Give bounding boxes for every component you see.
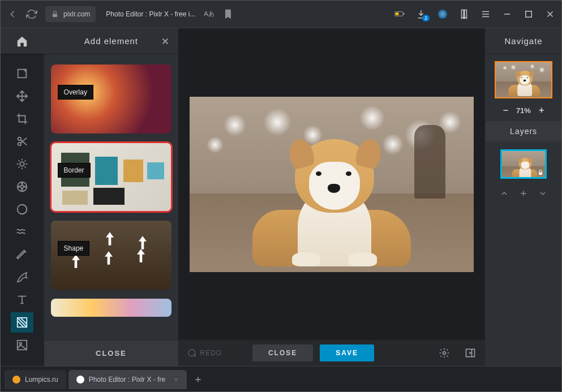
- zoom-value: 71%: [516, 106, 531, 115]
- toggle-panel-icon[interactable]: [465, 347, 476, 359]
- save-button[interactable]: SAVE: [320, 344, 374, 361]
- home-button[interactable]: [11, 31, 33, 51]
- download-icon[interactable]: 2: [416, 9, 426, 19]
- tool-add-image[interactable]: [11, 335, 33, 355]
- zoom-controls: – 71% +: [485, 103, 562, 121]
- zoom-out-button[interactable]: –: [503, 105, 508, 115]
- panel-close-footer[interactable]: CLOSE: [44, 340, 179, 366]
- favicon: [12, 376, 20, 384]
- tool-crop[interactable]: [11, 109, 33, 129]
- canvas-image[interactable]: [190, 97, 474, 272]
- svg-rect-0: [53, 14, 57, 17]
- reload-button[interactable]: [26, 8, 37, 20]
- back-button[interactable]: [7, 8, 18, 20]
- download-badge: 2: [422, 15, 430, 21]
- svg-point-10: [20, 185, 24, 188]
- collections-icon[interactable]: [459, 9, 469, 19]
- browser-tab[interactable]: Photo Editor : Pixlr X - fre: [68, 370, 187, 389]
- menu-icon[interactable]: [481, 9, 491, 19]
- tool-arrange[interactable]: [11, 63, 33, 84]
- tool-draw[interactable]: [11, 267, 33, 287]
- redo-button[interactable]: REDO: [187, 348, 222, 357]
- close-button[interactable]: CLOSE: [252, 344, 313, 361]
- layer-up-icon[interactable]: [500, 189, 509, 198]
- tabs-bar: Lumpics.ru Photo Editor : Pixlr X - fre: [0, 366, 562, 392]
- panel-title: Add element: [84, 36, 138, 46]
- tool-move[interactable]: [11, 86, 33, 106]
- lock-icon: [537, 169, 544, 176]
- canvas-footer: REDO CLOSE SAVE: [178, 340, 485, 366]
- layer-controls: [485, 184, 562, 203]
- tab-close-icon[interactable]: [173, 377, 179, 382]
- url-host: pixlr.com: [63, 10, 90, 18]
- browser-toolbar: pixlr.com Photo Editor : Pixlr X - free …: [0, 0, 562, 28]
- translate-icon[interactable]: Aあ: [203, 8, 214, 20]
- browser-tab[interactable]: Lumpics.ru: [5, 370, 66, 389]
- layer-thumbnail[interactable]: [500, 149, 547, 179]
- minimize-icon[interactable]: [502, 9, 512, 19]
- svg-rect-21: [539, 173, 542, 175]
- layers-header: Layers: [485, 121, 562, 141]
- tool-add-element[interactable]: [11, 312, 33, 333]
- page-title: Photo Editor : Pixlr X - free i...: [106, 10, 195, 18]
- settings-icon[interactable]: [439, 347, 450, 359]
- svg-point-19: [443, 352, 446, 355]
- tool-liquify[interactable]: [11, 222, 33, 242]
- right-panel: Navigate – 71% + Layers: [485, 28, 562, 366]
- maximize-icon[interactable]: [524, 9, 534, 19]
- layer-down-icon[interactable]: [538, 189, 547, 198]
- svg-point-18: [19, 342, 22, 344]
- favicon: [76, 376, 84, 384]
- svg-rect-4: [526, 11, 532, 17]
- category-label: Shape: [58, 241, 90, 256]
- svg-rect-3: [404, 13, 405, 15]
- add-element-panel: Add element Overlay Border Shape CLOSE: [44, 28, 179, 366]
- window-close-icon[interactable]: [545, 9, 555, 19]
- svg-point-12: [22, 189, 23, 191]
- new-tab-button[interactable]: [190, 372, 206, 387]
- category-shape[interactable]: Shape: [51, 221, 172, 290]
- url-box[interactable]: pixlr.com: [45, 6, 96, 22]
- lock-icon: [51, 10, 59, 18]
- canvas-viewport[interactable]: [178, 28, 485, 340]
- svg-rect-2: [396, 12, 399, 15]
- tool-text[interactable]: [11, 290, 33, 310]
- category-border[interactable]: Border: [51, 143, 172, 212]
- profile-icon[interactable]: [437, 9, 448, 19]
- svg-point-14: [24, 186, 25, 187]
- canvas-area: REDO CLOSE SAVE: [178, 28, 485, 366]
- svg-point-11: [22, 183, 23, 184]
- category-overlay[interactable]: Overlay: [51, 64, 172, 133]
- tool-sidebar: [0, 28, 44, 366]
- svg-point-13: [18, 186, 19, 187]
- panel-header: Add element: [44, 28, 179, 54]
- navigate-header: Navigate: [485, 28, 562, 54]
- layer-add-icon[interactable]: [519, 189, 528, 198]
- tool-adjust[interactable]: [11, 154, 33, 174]
- tool-filter[interactable]: [11, 199, 33, 219]
- category-sticker-partial[interactable]: [51, 299, 172, 317]
- bookmark-icon[interactable]: [222, 8, 234, 20]
- tool-effect[interactable]: [11, 176, 33, 197]
- tab-label: Photo Editor : Pixlr X - fre: [89, 376, 165, 384]
- battery-icon: [394, 9, 405, 19]
- navigator-thumbnail[interactable]: [495, 61, 552, 98]
- tool-cutout[interactable]: [11, 131, 33, 152]
- tool-retouch[interactable]: [11, 244, 33, 265]
- panel-close-button[interactable]: [160, 36, 170, 46]
- zoom-in-button[interactable]: +: [539, 105, 544, 115]
- category-label: Overlay: [58, 85, 93, 100]
- svg-point-8: [20, 162, 24, 166]
- tab-label: Lumpics.ru: [25, 376, 58, 384]
- category-label: Border: [58, 163, 91, 178]
